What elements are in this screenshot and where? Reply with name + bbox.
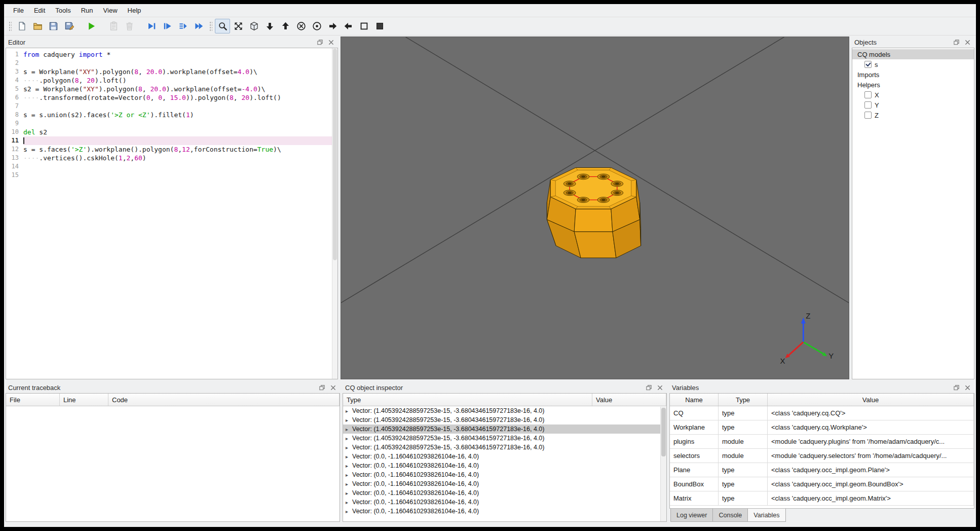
run-button[interactable]	[84, 19, 99, 33]
variables-close-button[interactable]	[963, 383, 972, 392]
expand-arrow-icon[interactable]: ▸	[346, 500, 352, 505]
menu-edit[interactable]: Edit	[29, 5, 50, 16]
inspector-row[interactable]: ▸Vector: (0.0, -1.1604610293826104e-16, …	[343, 507, 666, 516]
inspector-float-button[interactable]	[644, 383, 653, 392]
variable-row[interactable]: CQtype<class 'cadquery.cq.CQ'>	[670, 406, 974, 420]
variable-row[interactable]: selectorsmodule<module 'cadquery.selecto…	[670, 449, 974, 463]
inspector-row[interactable]: ▸Vector: (1.4053924288597253e-15, -3.680…	[343, 443, 666, 452]
tab-log-viewer[interactable]: Log viewer	[670, 509, 713, 522]
code-line-13[interactable]: 13····.vertices().cskHole(1,2,60)	[6, 154, 337, 162]
inspector-row[interactable]: ▸Vector: (0.0, -1.1604610293826104e-16, …	[343, 488, 666, 498]
right-view-button[interactable]	[325, 19, 340, 33]
menu-tools[interactable]: Tools	[50, 5, 76, 16]
code-line-1[interactable]: 1from cadquery import *	[6, 50, 337, 59]
expand-arrow-icon[interactable]: ▸	[346, 454, 352, 459]
block-step-button[interactable]	[144, 19, 159, 33]
bottom-view-button[interactable]	[262, 19, 277, 33]
tree-item-s[interactable]: s	[852, 59, 974, 69]
column-header-value[interactable]: Value	[768, 394, 974, 406]
code-line-14[interactable]: 14	[6, 162, 337, 171]
code-line-10[interactable]: 10del s2	[6, 128, 337, 136]
tree-item-x[interactable]: X	[852, 90, 974, 100]
inspector-row[interactable]: ▸Vector: (0.0, -1.1604610293826104e-16, …	[343, 470, 666, 479]
column-header-type[interactable]: Type	[719, 394, 768, 406]
expand-arrow-icon[interactable]: ▸	[346, 408, 352, 414]
code-line-12[interactable]: 12s = s.faces('>Z').workplane().polygon(…	[6, 145, 337, 154]
inspector-row[interactable]: ▸Vector: (1.4053924288597253e-15, -3.680…	[343, 424, 666, 434]
checkbox-x[interactable]	[864, 91, 872, 98]
code-editor[interactable]: 1from cadquery import *23s = Workplane("…	[6, 48, 338, 379]
new-button[interactable]	[14, 19, 29, 33]
tree-item-z[interactable]: Z	[852, 110, 974, 120]
expand-arrow-icon[interactable]: ▸	[346, 445, 352, 450]
inspector-row[interactable]: ▸Vector: (1.4053924288597253e-15, -3.680…	[343, 406, 666, 415]
code-line-3[interactable]: 3s = Workplane("XY").polygon(8, 20.0).wo…	[6, 67, 337, 76]
viewport-3d[interactable]: X Y Z	[341, 37, 849, 379]
variable-row[interactable]: Workplanetype<class 'cadquery.cq.Workpla…	[670, 420, 974, 435]
menu-help[interactable]: Help	[123, 5, 146, 16]
code-line-4[interactable]: 4····.polygon(8, 20).loft()	[6, 76, 337, 85]
menu-view[interactable]: View	[98, 5, 123, 16]
tab-variables[interactable]: Variables	[747, 508, 785, 522]
tab-console[interactable]: Console	[712, 509, 748, 522]
inspector-row[interactable]: ▸Vector: (0.0, -1.1604610293826104e-16, …	[343, 461, 666, 470]
front-view-button[interactable]	[309, 19, 324, 33]
code-line-6[interactable]: 6····.transformed(rotate=Vector(0, 0, 15…	[6, 93, 337, 102]
column-header-type[interactable]: Type	[343, 394, 592, 406]
inspector-scrollbar-thumb[interactable]	[661, 408, 666, 456]
code-line-9[interactable]: 9	[6, 119, 337, 128]
expand-arrow-icon[interactable]: ▸	[346, 417, 352, 423]
continue-button[interactable]	[191, 19, 206, 33]
inspector-close-button[interactable]	[655, 383, 664, 392]
expand-arrow-icon[interactable]: ▸	[346, 509, 352, 514]
column-header-code[interactable]: Code	[108, 394, 340, 406]
expand-arrow-icon[interactable]: ▸	[346, 427, 352, 432]
cad-model[interactable]	[547, 167, 640, 258]
save-button[interactable]	[46, 19, 61, 33]
back-view-button[interactable]	[293, 19, 309, 33]
expand-arrow-icon[interactable]: ▸	[346, 463, 352, 469]
save-as-button[interactable]	[61, 19, 77, 33]
step-into-button[interactable]	[175, 19, 191, 33]
code-line-8[interactable]: 8s = s.union(s2).faces('>Z or <Z').fille…	[6, 111, 337, 119]
debug-button[interactable]	[106, 19, 121, 33]
editor-scrollbar[interactable]	[332, 48, 337, 379]
editor-scrollbar-thumb[interactable]	[333, 49, 337, 260]
editor-float-button[interactable]	[315, 38, 324, 46]
delete-button[interactable]	[122, 19, 137, 33]
code-line-2[interactable]: 2	[6, 59, 337, 67]
checkbox-z[interactable]	[864, 112, 872, 119]
column-header-name[interactable]: Name	[670, 394, 719, 406]
code-line-15[interactable]: 15	[6, 171, 337, 180]
step-button[interactable]	[160, 19, 175, 33]
left-view-button[interactable]	[341, 19, 356, 33]
code-line-11[interactable]: 11	[6, 136, 337, 145]
tree-item-y[interactable]: Y	[852, 100, 974, 110]
iso-view-button[interactable]	[246, 19, 261, 33]
inspector-row[interactable]: ▸Vector: (1.4053924288597253e-15, -3.680…	[343, 434, 666, 443]
expand-arrow-icon[interactable]: ▸	[346, 436, 352, 441]
checkbox-s[interactable]	[864, 61, 872, 68]
objects-close-button[interactable]	[963, 38, 972, 46]
tree-item-helpers[interactable]: Helpers	[852, 80, 974, 90]
traceback-float-button[interactable]	[317, 383, 326, 392]
objects-float-button[interactable]	[952, 38, 961, 46]
inspector-row[interactable]: ▸Vector: (0.0, -1.1604610293826104e-16, …	[343, 498, 666, 507]
variable-row[interactable]: Matrixtype<class 'cadquery.occ_impl.geom…	[670, 491, 974, 506]
code-line-5[interactable]: 5s2 = Workplane("XY").polygon(8, 20.0).w…	[6, 85, 337, 93]
wireframe-view-button[interactable]	[356, 19, 371, 33]
expand-arrow-icon[interactable]: ▸	[346, 481, 352, 487]
code-line-7[interactable]: 7	[6, 102, 337, 111]
expand-arrow-icon[interactable]: ▸	[346, 472, 352, 478]
fit-all-button[interactable]	[231, 19, 246, 33]
inspector-scrollbar[interactable]	[660, 407, 666, 521]
fit-button[interactable]	[215, 19, 230, 33]
menu-run[interactable]: Run	[76, 5, 98, 16]
open-button[interactable]	[30, 19, 45, 33]
inspector-row[interactable]: ▸Vector: (1.4053924288597253e-15, -3.680…	[343, 415, 666, 424]
shaded-view-button[interactable]	[372, 19, 387, 33]
inspector-row[interactable]: ▸Vector: (0.0, -1.1604610293826104e-16, …	[343, 479, 666, 488]
column-header-line[interactable]: Line	[60, 394, 108, 406]
column-header-value[interactable]: Value	[592, 394, 666, 406]
variable-row[interactable]: Planetype<class 'cadquery.occ_impl.geom.…	[670, 463, 974, 477]
